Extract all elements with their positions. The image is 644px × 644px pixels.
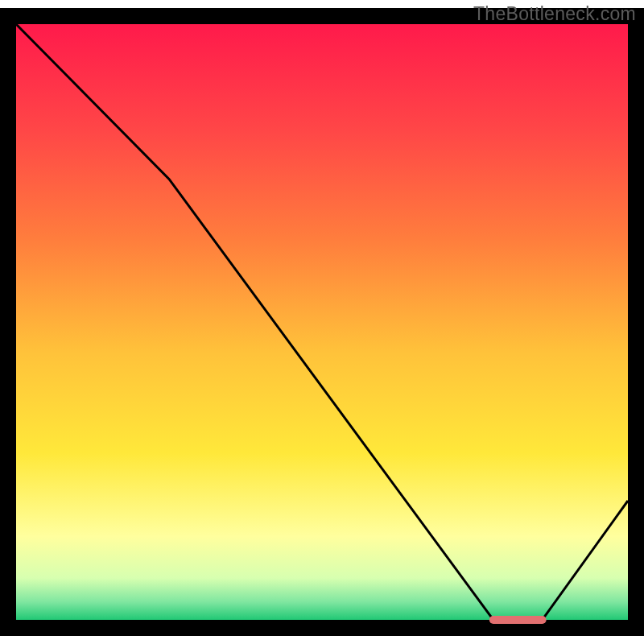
watermark-label: TheBottleneck.com (473, 3, 636, 25)
bottleneck-chart (0, 0, 644, 644)
gradient-background (16, 24, 628, 620)
chart-container: TheBottleneck.com (0, 0, 644, 644)
